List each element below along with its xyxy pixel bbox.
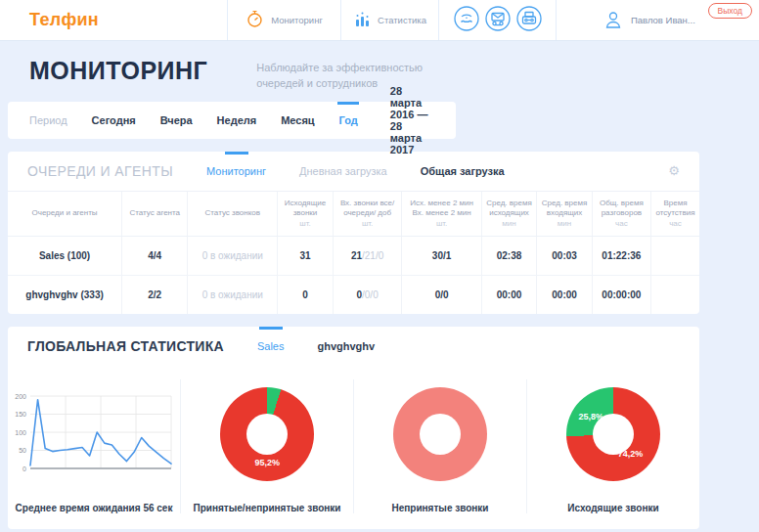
chart-caption-accepted-calls: Принятые/непринятые звонки (194, 503, 341, 513)
chart-cell-wait-time: 050100150200 Среднее время ожидания 56 с… (8, 379, 181, 513)
voicemail-icon[interactable] (485, 6, 511, 35)
top-header: Телфин Мониторинг Статистика (0, 0, 759, 41)
stopwatch-icon (246, 10, 264, 30)
tab-sales[interactable]: Sales (257, 327, 285, 366)
settings-gear-icon[interactable]: ⚙ (668, 163, 680, 178)
table-row-sales[interactable]: Sales (100) 4/4 0 в ожидании 31 21/21/0 … (8, 237, 699, 276)
period-option-year[interactable]: Год (339, 102, 358, 139)
service-icons-group (438, 0, 556, 40)
global-stats-card: ГЛОБАЛЬНАЯ СТАТИСТИКА Sales ghvghvghv 05… (8, 327, 699, 529)
cell-absence (650, 276, 699, 315)
chart-caption-outgoing-calls: Исходящие звонки (567, 503, 658, 513)
col-header-agent-status: Статус агента (122, 191, 188, 236)
chart-cell-missed-calls: Непринятые звонки (354, 379, 527, 513)
page-header: МОНИТОРИНГ Наблюдайте за эффективностью … (8, 41, 751, 102)
donut-outgoing-calls: 74,2% 25,8% (566, 387, 660, 481)
cell-total-talk: 01:22:36 (592, 237, 650, 276)
period-option-today[interactable]: Сегодня (92, 102, 136, 139)
queues-table: Очереди и агенты Статус агента Статус зв… (8, 191, 699, 314)
period-option-month[interactable]: Месяц (281, 102, 314, 139)
col-header-outgoing: Исходящие звонкишт. (278, 191, 334, 236)
queues-agents-title: ОЧЕРЕДИ И АГЕНТЫ (27, 163, 173, 179)
col-header-avg-outgoing: Сред. время исходящихмин (481, 191, 537, 236)
svg-text:100: 100 (15, 428, 26, 435)
cell-outgoing: 0 (278, 276, 334, 315)
donut-missed-calls (393, 387, 487, 481)
col-header-total-talk: Общ. время разговоровчас (592, 191, 650, 236)
cell-outgoing: 31 (278, 237, 334, 276)
tab-total-load[interactable]: Общая загрузка (421, 152, 505, 191)
tab-ghvghvghv[interactable]: ghvghvghv (318, 327, 376, 366)
col-header-avg-incoming: Сред. время входящихмин (537, 191, 593, 236)
telfin-logo[interactable]: Телфин (0, 0, 227, 40)
tab-daily-load[interactable]: Дневная загрузка (299, 152, 387, 191)
cell-avg-outgoing: 00:00 (481, 276, 537, 315)
period-filter-bar: Период Сегодня Вчера Неделя Месяц Год 28… (8, 102, 456, 139)
donut-percent-label: 74,2% (618, 449, 644, 459)
cell-total-talk: 00:00:00 (592, 276, 650, 315)
chart-cell-outgoing-calls: 74,2% 25,8% Исходящие звонки (527, 379, 699, 513)
cell-avg-outgoing: 02:38 (481, 237, 537, 276)
col-header-under-2min: Исх. менее 2 мин Вх. менее 2 миншт. (402, 191, 481, 236)
svg-text:0: 0 (22, 465, 26, 471)
page-title: МОНИТОРИНГ (29, 57, 207, 85)
tab-monitoring[interactable]: Мониторинг (206, 152, 266, 191)
cell-incoming: 21/21/0 (333, 237, 402, 276)
cell-queue-name: Sales (100) (8, 237, 122, 276)
cell-under-2min: 0/0 (402, 276, 481, 315)
chart-caption-wait-time: Среднее время ожидания 56 сек (16, 503, 173, 513)
period-option-yesterday[interactable]: Вчера (160, 102, 193, 139)
col-header-incoming: Вх. звонки все/ очереди/ добшт. (333, 191, 402, 236)
period-label: Период (29, 102, 67, 139)
nav-statistics[interactable]: Статистика (340, 0, 438, 40)
svg-text:150: 150 (15, 411, 26, 418)
cell-incoming: 0/0/0 (333, 276, 402, 315)
donut-percent-label: 95,2% (255, 458, 281, 467)
period-date-range[interactable]: 28 марта 2016 — 28 марта 2017 (390, 102, 431, 139)
period-option-week[interactable]: Неделя (217, 102, 257, 139)
main-content: МОНИТОРИНГ Наблюдайте за эффективностью … (0, 41, 759, 529)
global-stats-header: ГЛОБАЛЬНАЯ СТАТИСТИКА Sales ghvghvghv (8, 327, 699, 366)
ip-phone-icon[interactable] (454, 6, 479, 35)
wait-time-line-chart: 050100150200 (11, 388, 177, 481)
table-header-row: Очереди и агенты Статус агента Статус зв… (8, 191, 699, 236)
nav-statistics-label: Статистика (378, 15, 426, 25)
cell-under-2min: 30/1 (402, 237, 481, 276)
charts-row: 050100150200 Среднее время ожидания 56 с… (8, 366, 699, 529)
cell-calls-status: 0 в ожидании (188, 237, 278, 276)
queues-agents-card: ОЧЕРЕДИ И АГЕНТЫ Мониторинг Дневная загр… (8, 152, 699, 314)
nav-monitoring-label: Мониторинг (271, 15, 323, 25)
col-header-queues: Очереди и агенты (8, 191, 122, 236)
donut-accepted-calls: 95,2% (220, 387, 314, 481)
col-header-absence: Время отсутствиячас (650, 191, 699, 236)
svg-text:200: 200 (15, 392, 26, 399)
chart-cell-accepted-calls: 95,2% Принятые/непринятые звонки (181, 379, 354, 513)
user-name: Павлов Иван... (631, 15, 695, 25)
cell-agent-status: 2/2 (122, 276, 188, 315)
bar-chart-icon (353, 11, 371, 30)
user-avatar-icon (603, 10, 623, 31)
cell-absence (650, 237, 699, 276)
logout-button[interactable]: Выход (708, 3, 752, 19)
queues-agents-header: ОЧЕРЕДИ И АГЕНТЫ Мониторинг Дневная загр… (8, 152, 699, 191)
svg-text:50: 50 (19, 447, 26, 454)
donut-percent-label: 25,8% (578, 412, 603, 421)
fax-icon[interactable] (516, 6, 542, 35)
table-row-ghvghvghv[interactable]: ghvghvghv (333) 2/2 0 в ожидании 0 0/0/0… (8, 276, 699, 315)
chart-caption-missed-calls: Непринятые звонки (391, 503, 488, 513)
col-header-calls-status: Статус звонков (188, 191, 278, 236)
nav-monitoring[interactable]: Мониторинг (227, 0, 340, 40)
cell-agent-status: 4/4 (122, 237, 188, 276)
cell-avg-incoming: 00:03 (537, 237, 593, 276)
cell-queue-name: ghvghvghv (333) (8, 276, 122, 315)
cell-avg-incoming: 00:00 (537, 276, 593, 315)
global-stats-title: ГЛОБАЛЬНАЯ СТАТИСТИКА (27, 338, 224, 354)
cell-calls-status: 0 в ожидании (188, 276, 278, 315)
